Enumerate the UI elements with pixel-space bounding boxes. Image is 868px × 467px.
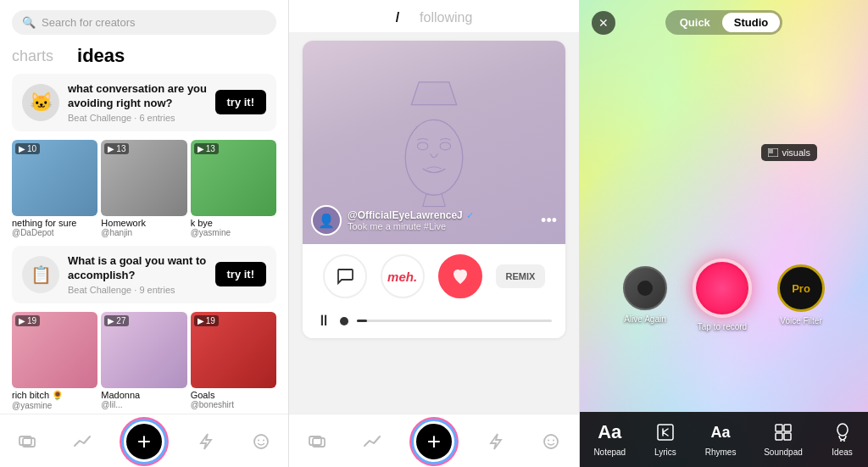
feed-more-button[interactable]: ••• (541, 212, 557, 230)
video-title-6: Goals (191, 390, 276, 400)
progress-bar[interactable] (357, 320, 552, 322)
nav-icon-smiley-left[interactable] (248, 428, 275, 455)
nav-icon-lightning-left[interactable] (192, 428, 220, 455)
svg-point-5 (263, 440, 264, 442)
lyrics-label: Lyrics (654, 448, 676, 457)
mode-toggle: Quick Studio (665, 10, 783, 35)
video-thumb-5[interactable]: ▶ 27 (101, 312, 186, 388)
sound-label-1: Alive Again (624, 314, 665, 324)
search-icon: 🔍 (22, 16, 36, 29)
nav-icon-trending-mid[interactable] (359, 428, 386, 455)
feed-user-info: 👤 @OfficialEyeLawrenceJ ✓ Took me a minu… (311, 205, 474, 236)
svg-point-22 (837, 424, 848, 436)
close-button[interactable]: ✕ (592, 11, 615, 35)
quick-mode-button[interactable]: Quick (668, 13, 722, 32)
tab-charts[interactable]: charts (12, 47, 53, 65)
video-thumb-2[interactable]: ▶ 13 (101, 140, 186, 216)
svg-rect-18 (776, 425, 782, 431)
visuals-badge[interactable]: visuals (761, 144, 817, 161)
feed-sketch-image (383, 75, 485, 210)
svg-point-3 (254, 435, 268, 448)
right-panel: ✕ Quick Studio visuals Alive Again Tap t… (580, 0, 868, 467)
meh-button[interactable]: meh. (381, 254, 425, 298)
studio-mode-button[interactable]: Studio (722, 13, 780, 32)
record-button[interactable] (693, 259, 752, 318)
video-count-5: ▶ 27 (104, 315, 129, 326)
slash-latest: / (396, 10, 399, 25)
disc-inner-1 (637, 281, 653, 296)
ideas-tool[interactable]: Ideas (831, 420, 854, 457)
video-captions-2: rich bitch 🌻 @yasmine Madonna @lil... Go… (0, 388, 288, 414)
record-button-area[interactable]: Tap to record (693, 259, 752, 331)
nav-icon-cards-left[interactable] (14, 428, 41, 455)
challenge-sub-1: Beat Challenge · 6 entries (68, 113, 215, 123)
add-button-left[interactable]: + (124, 421, 164, 462)
video-user-2: @hanjin (101, 228, 186, 237)
add-button-mid[interactable]: + (414, 421, 454, 462)
ideas-label: Ideas (832, 448, 852, 457)
right-top-bar: ✕ Quick Studio (580, 0, 868, 45)
lyrics-tool[interactable]: Lyrics (654, 420, 677, 457)
feed-caption: Took me a minute #Live (348, 221, 474, 231)
notepad-tool[interactable]: Aa Notepad (593, 420, 626, 457)
video-count-4: ▶ 19 (15, 315, 40, 326)
tab-ideas[interactable]: ideas (77, 45, 125, 67)
feed-username: @OfficialEyeLawrenceJ (348, 209, 463, 221)
soundpad-label: Soundpad (764, 448, 803, 457)
nav-icon-trending-left[interactable] (69, 428, 96, 455)
search-placeholder: Search for creators (42, 16, 136, 29)
video-grid-2: ▶ 19 ▶ 27 ▶ 19 (0, 312, 288, 388)
tab-latest[interactable]: / (396, 10, 399, 25)
video-thumb-4[interactable]: ▶ 19 (12, 312, 97, 388)
sound-alive-again[interactable]: Alive Again (623, 266, 667, 324)
svg-point-13 (548, 440, 549, 442)
rhymes-tool[interactable]: Aa Rhymes (705, 420, 737, 457)
svg-marker-2 (201, 434, 211, 449)
svg-marker-11 (491, 434, 501, 449)
svg-point-12 (544, 435, 558, 448)
challenge-title-1: what conversation are you avoiding right… (68, 82, 215, 111)
challenge-icon-2: 📋 (22, 256, 59, 293)
try-button-1[interactable]: try it! (215, 90, 267, 114)
nav-icon-lightning-mid[interactable] (482, 428, 509, 455)
video-user-6: @boneshirt (191, 400, 276, 409)
play-pause-button[interactable]: ⏸ (316, 312, 331, 330)
iridescent-background (580, 0, 868, 467)
try-button-2[interactable]: try it! (215, 262, 267, 286)
notepad-label: Notepad (593, 448, 626, 457)
feed-card: 👤 @OfficialEyeLawrenceJ ✓ Took me a minu… (303, 41, 565, 338)
progress-row: ⏸ (303, 309, 565, 338)
feed-avatar: 👤 (311, 205, 342, 236)
voice-filter-area[interactable]: Pro Voice Filter (777, 264, 825, 325)
comment-button[interactable] (323, 254, 367, 298)
challenge-card-1: 🐱 what conversation are you avoiding rig… (12, 74, 276, 131)
video-user-1: @DaDepot (12, 228, 97, 237)
nav-icon-cards-mid[interactable] (303, 428, 331, 455)
video-thumb-3[interactable]: ▶ 13 (191, 140, 276, 216)
feed-actions-row: meh. REMIX (303, 244, 565, 309)
nav-icon-smiley-mid[interactable] (537, 428, 565, 455)
svg-point-14 (553, 440, 554, 442)
challenge-title-2: What is a goal you want to accomplish? (68, 254, 215, 283)
soundpad-tool[interactable]: Soundpad (764, 420, 803, 457)
feed-user-row: 👤 @OfficialEyeLawrenceJ ✓ Took me a minu… (311, 205, 557, 236)
ideas-icon (831, 420, 854, 444)
tinder-button[interactable] (438, 254, 482, 298)
feed-video-area: 👤 @OfficialEyeLawrenceJ ✓ Took me a minu… (303, 41, 565, 244)
sound-disc-1 (623, 266, 667, 310)
middle-panel: / following (288, 0, 580, 467)
search-bar[interactable]: 🔍 Search for creators (12, 10, 276, 35)
tab-following[interactable]: following (420, 10, 472, 25)
progress-fill (357, 320, 367, 322)
video-thumb-6[interactable]: ▶ 19 (191, 312, 276, 388)
svg-rect-21 (784, 433, 791, 440)
video-count-3: ▶ 13 (194, 143, 219, 154)
pro-badge[interactable]: Pro (777, 264, 825, 312)
rhymes-label: Rhymes (705, 448, 737, 457)
challenge-avatar-1: 🐱 (22, 84, 59, 121)
video-thumb-1[interactable]: ▶ 10 (12, 140, 97, 216)
verified-icon: ✓ (466, 210, 474, 221)
right-bottom-toolbar: Aa Notepad Lyrics Aa Rhymes Soundpad (580, 412, 868, 467)
remix-button[interactable]: REMIX (496, 264, 546, 288)
video-user-4: @yasmine (12, 401, 97, 410)
